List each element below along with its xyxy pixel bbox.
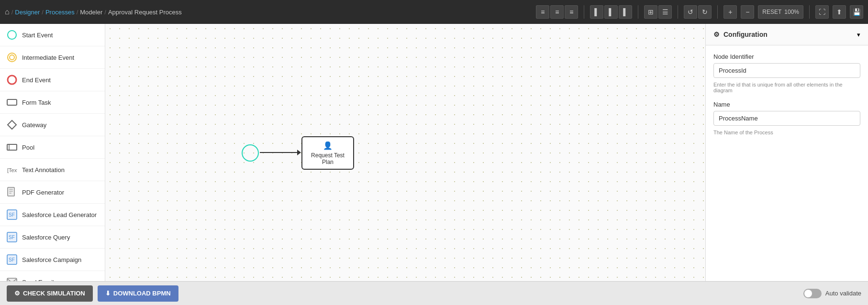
form-task-icon [7,97,17,108]
download-bpmn-label: DOWNLOAD BPMN [113,290,171,297]
export-btn[interactable]: ⬆ [833,5,846,19]
reset-btn[interactable]: RESET 100% [758,5,803,19]
sidebar-item-send-email[interactable]: Send Email [0,271,105,281]
sidebar: Start Event Intermediate Event End Event [0,24,105,281]
pdf-generator-label: PDF Generator [22,189,64,196]
task-user-icon: 👤 [323,141,333,150]
salesforce-query-label: Salesforce Query [22,234,70,241]
gateway-icon [7,120,17,130]
undo-group: ↺ ↻ [684,5,712,19]
sidebar-item-salesforce-lead[interactable]: SF Salesforce Lead Generator [0,204,105,226]
align-group: ≡ ≡ ≡ [536,5,578,19]
sep-3 [678,5,678,19]
text-annotation-icon: [Text [7,164,17,175]
processes-link[interactable]: Processes [45,9,75,16]
salesforce-campaign-label: Salesforce Campaign [22,256,81,263]
intermediate-event-icon [7,52,17,63]
intermediate-event-label: Intermediate Event [22,54,74,61]
redo-btn[interactable]: ↻ [698,5,712,19]
zoom-level: 100% [784,9,799,15]
zoom-out-btn[interactable]: − [741,5,754,19]
align-right-btn[interactable]: ≡ [565,5,578,19]
node-identifier-label: Node Identifier [713,53,860,60]
name-label: Name [713,101,860,108]
grid-group: ⊞ ☰ [644,5,672,19]
gateway-label: Gateway [22,121,46,129]
name-hint: The Name of the Process [713,130,860,135]
list-btn[interactable]: ☰ [658,5,672,19]
right-panel-header: ⚙ Configuration ▾ [706,24,868,45]
pool-icon [7,142,17,152]
salesforce-lead-label: Salesforce Lead Generator [22,211,97,218]
bar-chart-btn-3[interactable]: ▌ [619,5,632,19]
sidebar-item-start-event[interactable]: Start Event [0,24,105,46]
current-process-label: Approval Request Process [108,9,182,16]
zoom-in-btn[interactable]: + [723,5,737,19]
grid-btn[interactable]: ⊞ [644,5,657,19]
bpmn-task-request-test-plan[interactable]: 👤 Request Test Plan [301,136,354,170]
undo-btn[interactable]: ↺ [684,5,697,19]
sidebar-item-form-task[interactable]: Form Task [0,91,105,114]
check-simulation-icon: ⚙ [14,290,20,297]
designer-link[interactable]: Designer [15,9,40,16]
svg-rect-11 [9,191,13,192]
sep-5 [809,5,810,19]
sep1: / [11,9,13,16]
fit-btn[interactable]: ⛶ [815,5,829,19]
node-identifier-group: Node Identifier Enter the id that is uni… [713,53,860,93]
bar-chart-btn-2[interactable]: ▌ [604,5,618,19]
form-task-label: Form Task [22,99,51,106]
sidebar-item-end-event[interactable]: End Event [0,69,105,91]
pdf-generator-icon [7,187,17,197]
sep-1 [584,5,584,19]
main-area: Start Event Intermediate Event End Event [0,24,868,281]
reset-label: RESET [762,9,781,15]
toolbar: ⌂ / Designer / Processes / Modeler / App… [0,0,868,24]
end-event-icon [7,75,17,85]
svg-marker-5 [8,120,16,129]
sep-2 [638,5,638,19]
name-group: Name The Name of the Process [713,101,860,135]
pool-label: Pool [22,144,34,151]
bottom-bar: ⚙ CHECK SIMULATION ⬇ DOWNLOAD BPMN Auto … [0,281,868,305]
svg-text:SF: SF [9,235,15,240]
bar-chart-btn-1[interactable]: ▌ [590,5,603,19]
svg-point-2 [10,55,14,60]
config-title: Configuration [723,31,768,38]
svg-text:SF: SF [9,212,15,218]
sidebar-item-pool[interactable]: Pool [0,136,105,159]
text-annotation-label: Text Annotation [22,166,65,174]
right-panel: ⚙ Configuration ▾ Node Identifier Enter … [705,24,868,281]
align-left-btn[interactable]: ≡ [536,5,549,19]
collapse-icon[interactable]: ▾ [857,31,860,38]
home-icon[interactable]: ⌂ [5,8,10,16]
chart-group: ▌ ▌ ▌ [590,5,632,19]
salesforce-lead-icon: SF [7,209,17,220]
auto-validate-toggle[interactable] [803,289,822,298]
svg-point-3 [8,76,16,84]
start-event-icon [7,30,17,40]
modeler-label: Modeler [80,9,102,16]
bpmn-start-event[interactable] [242,144,259,162]
salesforce-query-icon: SF [7,232,17,242]
node-identifier-input[interactable] [713,63,860,78]
sidebar-item-text-annotation[interactable]: [Text Text Annotation [0,159,105,181]
download-bpmn-btn[interactable]: ⬇ DOWNLOAD BPMN [98,285,178,302]
align-center-btn[interactable]: ≡ [550,5,564,19]
sidebar-item-gateway[interactable]: Gateway [0,114,105,136]
sidebar-item-salesforce-query[interactable]: SF Salesforce Query [0,226,105,249]
sidebar-item-pdf-generator[interactable]: PDF Generator [0,181,105,204]
svg-rect-10 [9,189,13,190]
save-btn[interactable]: 💾 [850,5,863,19]
auto-validate-label: Auto validate [825,290,861,297]
sep-4 [717,5,718,19]
config-gear-icon: ⚙ [713,31,720,38]
sep2: / [42,9,44,16]
name-input[interactable] [713,111,860,126]
toggle-knob [804,290,812,297]
check-simulation-btn[interactable]: ⚙ CHECK SIMULATION [7,285,93,302]
right-panel-title-group: ⚙ Configuration [713,31,768,38]
svg-text:[Text: [Text [7,167,17,173]
sidebar-item-intermediate-event[interactable]: Intermediate Event [0,46,105,69]
sidebar-item-salesforce-campaign[interactable]: SF Salesforce Campaign [0,249,105,271]
